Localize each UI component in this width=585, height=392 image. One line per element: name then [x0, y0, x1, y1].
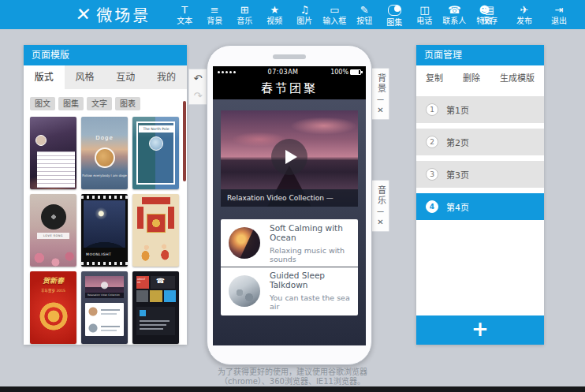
close-icon[interactable]: ✕	[377, 106, 383, 115]
page-manager-actions: 复制删除生成模版	[416, 65, 544, 89]
add-page-button[interactable]: +	[416, 315, 544, 345]
template-love-song[interactable]: LOVE SONG	[30, 194, 76, 267]
template-tab-0[interactable]: 版式	[24, 65, 65, 89]
undo-icon[interactable]: ↶	[194, 73, 203, 84]
playlist-item[interactable]: Soft Calming with OceanRelaxing music wi…	[221, 219, 358, 267]
layer-tab-label: 音乐	[373, 185, 389, 206]
input-box-icon: ▭	[330, 5, 339, 16]
button-icon: ✎	[360, 5, 369, 16]
playlist-item[interactable]: Guided Sleep TalkdownYou can taste the s…	[221, 267, 358, 314]
gallery-icon	[388, 5, 401, 16]
toolbar-item-label: 图片	[296, 17, 312, 25]
template-subtitle: 羊年贺岁 2015	[30, 288, 76, 293]
toolbar-item-save[interactable]: ▤保存	[475, 5, 505, 25]
page-number-badge: 1	[426, 103, 438, 116]
page-item-label: 第4页	[446, 200, 469, 213]
play-icon	[285, 150, 297, 164]
history-controls: ↶ ↷	[188, 69, 207, 105]
filter-chip-3[interactable]: 图表	[115, 97, 140, 110]
template-title: The North Pole	[139, 125, 173, 133]
battery-indicator: 100%	[330, 69, 361, 76]
music-icon: ⊞	[240, 5, 249, 16]
template-relax-video[interactable]: Relaxation Video Collection	[81, 271, 128, 344]
toolbar-item-publish[interactable]: ✈发布	[509, 5, 539, 25]
template-north-pole[interactable]: The North Pole	[132, 117, 179, 189]
phone-screen: 07:03AM 100% 春节团聚 Relaxation Video Colle…	[213, 66, 366, 345]
filter-chip-1[interactable]: 图集	[58, 97, 84, 110]
status-time: 07:03AM	[236, 69, 330, 76]
toolbar-item-button[interactable]: ✎按钮	[349, 3, 379, 27]
page-item-2[interactable]: 2第2页	[416, 129, 544, 155]
toolbar-item-contacts[interactable]: ☎联系人	[439, 3, 469, 27]
publish-icon: ✈	[520, 5, 529, 16]
toolbar-item-label: 发布	[516, 17, 532, 25]
page-number-badge: 4	[426, 200, 438, 213]
page-action-2[interactable]: 生成模版	[500, 71, 535, 84]
toolbar-item-label: 输入框	[322, 17, 346, 25]
toolbar-item-text[interactable]: T文本	[170, 3, 199, 27]
phone-status-bar: 07:03AM 100%	[213, 66, 366, 78]
page-action-1[interactable]: 删除	[463, 71, 480, 84]
redo-icon[interactable]: ↷	[194, 90, 203, 102]
page-item-label: 第1页	[446, 103, 469, 116]
toolbar-item-gallery[interactable]: 图集	[379, 3, 409, 27]
template-scrollbar[interactable]	[183, 101, 186, 181]
toolbar-action-group: ▤保存✈发布⇥退出	[475, 0, 574, 29]
template-profile-night[interactable]	[30, 117, 76, 189]
page-action-0[interactable]: 复制	[426, 71, 443, 84]
template-title: MOONLIGHT	[86, 252, 111, 256]
layer-tab-music[interactable]: 音乐 一 ✕	[372, 180, 389, 232]
app-title: 微场景	[96, 3, 151, 26]
toolbar-item-label: 文本	[177, 17, 192, 25]
video-caption: Relaxation Video Collection —	[221, 189, 358, 207]
template-title: ABOUT US	[137, 278, 148, 284]
toolbar-item-picture[interactable]: ♫图片	[289, 3, 319, 27]
close-icon[interactable]: ✕	[377, 218, 383, 227]
toolbar-item-label: 视频	[266, 17, 282, 25]
toolbar-item-label: 电话	[416, 17, 432, 25]
play-button[interactable]	[271, 139, 307, 175]
collapse-icon[interactable]: 一	[377, 209, 384, 216]
filter-chip-2[interactable]: 文字	[87, 97, 112, 110]
template-tab-1[interactable]: 风格	[65, 65, 106, 89]
toolbar-item-input-box[interactable]: ▭输入框	[319, 3, 349, 27]
phone-speaker	[273, 54, 306, 59]
page-item-3[interactable]: 3第3页	[416, 161, 544, 188]
toolbar-item-phone-call[interactable]: ◫电话	[409, 3, 439, 27]
save-icon: ▤	[485, 5, 494, 16]
template-title: 贺新春	[30, 275, 76, 286]
toolbar-item-video[interactable]: ★视频	[259, 3, 289, 27]
page-number-badge: 2	[426, 136, 438, 148]
toolbar-item-music[interactable]: ⊞音乐	[229, 3, 259, 27]
toolbar-item-label: 按钮	[356, 17, 372, 25]
template-spring-festival[interactable]	[132, 194, 179, 267]
template-about-us[interactable]: ABOUT US	[132, 271, 179, 344]
template-tab-3[interactable]: 我的	[146, 65, 187, 89]
template-doge[interactable]: DogeFollow everybody I am doge	[81, 117, 128, 189]
signal-dot	[218, 71, 220, 73]
page-manager-title: 页面管理	[416, 45, 544, 65]
template-tab-2[interactable]: 互动	[106, 65, 147, 89]
phone-call-icon: ◫	[419, 5, 429, 16]
collapse-icon[interactable]: 一	[377, 97, 384, 104]
playlist-item-subtitle: You can taste the sea air	[270, 293, 350, 311]
contacts-icon: ☎	[448, 5, 460, 16]
template-moonlight[interactable]: MOONLIGHT	[81, 194, 128, 267]
template-he-xin-chun[interactable]: 贺新春羊年贺岁 2015	[30, 271, 76, 344]
exit-icon: ⇥	[555, 5, 564, 16]
top-toolbar: ✕ 微场景 T文本≡背景⊞音乐★视频♫图片▭输入框✎按钮图集◫电话☎联系人☻特效…	[0, 0, 585, 29]
layer-tab-background[interactable]: 背景 一 ✕	[372, 68, 389, 120]
page-item-4[interactable]: 4第4页	[416, 193, 544, 220]
page-title[interactable]: 春节团聚	[213, 78, 366, 99]
playlist-card: Soft Calming with OceanRelaxing music wi…	[221, 219, 358, 315]
signal-dot	[229, 71, 232, 73]
picture-icon: ♫	[300, 5, 309, 16]
toolbar-item-background[interactable]: ≡背景	[199, 3, 229, 27]
page-item-label: 第3页	[446, 168, 469, 181]
browser-hint-line1: 为了获得更好的使用，建议使用谷歌浏览器	[0, 368, 585, 377]
video-block[interactable]: Relaxation Video Collection —	[221, 110, 358, 207]
page-item-1[interactable]: 1第1页	[416, 96, 544, 123]
template-subtitle: Follow everybody I am doge	[81, 174, 128, 177]
filter-chip-0[interactable]: 图文	[30, 97, 55, 110]
toolbar-item-exit[interactable]: ⇥退出	[544, 5, 574, 25]
